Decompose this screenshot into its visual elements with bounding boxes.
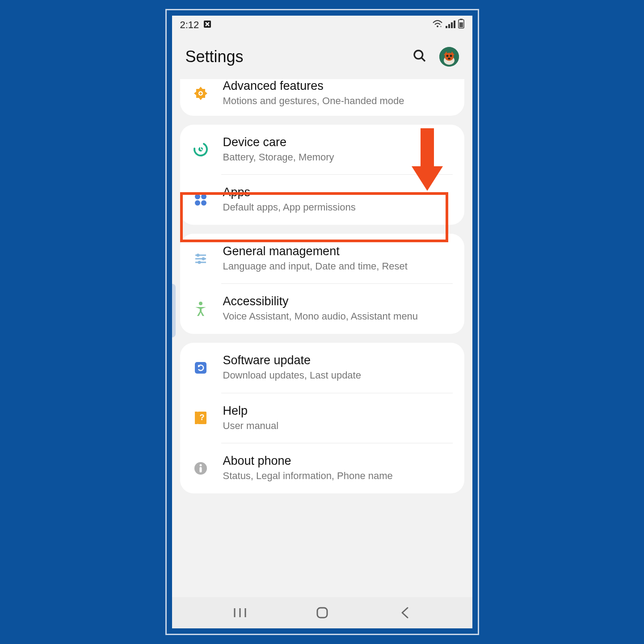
setting-advanced-features[interactable]: Advanced features Motions and gestures, … (180, 79, 464, 116)
item-title: About phone (223, 454, 453, 468)
item-subtitle: Default apps, App permissions (223, 201, 453, 214)
item-title: Software update (223, 354, 453, 367)
notification-icon (203, 19, 211, 31)
advanced-features-icon (192, 84, 210, 102)
item-text: Software update Download updates, Last u… (223, 354, 453, 382)
item-subtitle: Battery, Storage, Memory (223, 151, 453, 164)
general-management-icon (192, 250, 210, 268)
svg-point-1 (437, 25, 438, 27)
setting-accessibility[interactable]: Accessibility Voice Assistant, Mono audi… (180, 284, 464, 334)
setting-device-care[interactable]: Device care Battery, Storage, Memory (180, 125, 464, 175)
about-phone-icon (192, 459, 210, 477)
status-left: 2:12 (180, 19, 212, 31)
item-subtitle: Language and input, Date and time, Reset (223, 260, 453, 273)
settings-group: General management Language and input, D… (180, 234, 464, 334)
item-title: Device care (223, 135, 453, 149)
status-time: 2:12 (180, 19, 199, 31)
item-subtitle: Voice Assistant, Mono audio, Assistant m… (223, 310, 453, 323)
navigation-bar (172, 597, 472, 628)
item-title: Apps (223, 185, 453, 199)
page-title: Settings (185, 47, 244, 66)
settings-content[interactable]: Advanced features Motions and gestures, … (172, 79, 472, 597)
svg-rect-33 (195, 412, 198, 424)
setting-help[interactable]: ? Help User manual (180, 393, 464, 443)
item-title: Advanced features (223, 79, 453, 93)
home-button[interactable] (313, 604, 331, 622)
recents-button[interactable] (231, 604, 249, 622)
svg-point-24 (201, 200, 206, 206)
wifi-icon: + (432, 19, 443, 31)
svg-rect-4 (448, 24, 450, 28)
settings-header: Settings (172, 34, 472, 79)
status-right: + (432, 19, 464, 31)
item-title: Help (223, 404, 453, 418)
svg-point-16 (450, 55, 452, 57)
svg-point-10 (414, 51, 423, 59)
item-subtitle: Motions and gestures, One-handed mode (223, 95, 453, 108)
help-icon: ? (192, 409, 210, 427)
setting-software-update[interactable]: Software update Download updates, Last u… (180, 343, 464, 393)
accessibility-icon (192, 300, 210, 318)
svg-rect-5 (451, 22, 453, 28)
avatar[interactable] (439, 47, 459, 67)
svg-point-23 (195, 200, 200, 206)
item-text: About phone Status, Legal information, P… (223, 454, 453, 483)
settings-group: Advanced features Motions and gestures, … (180, 79, 464, 116)
item-text: General management Language and input, D… (223, 244, 453, 273)
svg-rect-3 (446, 26, 447, 28)
svg-point-22 (201, 194, 206, 199)
svg-point-21 (195, 194, 200, 199)
apps-icon (192, 191, 210, 209)
item-text: Accessibility Voice Assistant, Mono audi… (223, 295, 453, 323)
item-subtitle: Status, Legal information, Phone name (223, 470, 453, 483)
device-care-icon (192, 140, 210, 158)
item-title: Accessibility (223, 295, 453, 308)
item-text: Help User manual (223, 404, 453, 433)
svg-point-26 (196, 253, 199, 257)
setting-general-management[interactable]: General management Language and input, D… (180, 234, 464, 284)
item-text: Device care Battery, Storage, Memory (223, 135, 453, 164)
svg-point-31 (199, 302, 202, 305)
battery-icon (458, 19, 464, 31)
svg-point-37 (199, 464, 202, 466)
item-title: General management (223, 244, 453, 258)
svg-point-14 (445, 53, 454, 61)
svg-rect-9 (459, 22, 463, 27)
phone-screen: 2:12 + Settings (172, 16, 472, 628)
svg-text:?: ? (199, 413, 204, 422)
item-text: Advanced features Motions and gestures, … (223, 79, 453, 108)
svg-text:+: + (440, 25, 442, 28)
settings-group: Software update Download updates, Last u… (180, 343, 464, 493)
setting-about-phone[interactable]: About phone Status, Legal information, P… (180, 443, 464, 493)
svg-point-30 (198, 261, 201, 264)
software-update-icon (192, 359, 210, 377)
svg-rect-32 (195, 362, 206, 374)
item-text: Apps Default apps, App permissions (223, 185, 453, 214)
search-icon[interactable] (412, 49, 427, 65)
status-bar: 2:12 + (172, 16, 472, 34)
header-actions (412, 47, 459, 67)
svg-point-28 (202, 257, 205, 260)
signal-icon (446, 19, 455, 31)
side-notch (172, 284, 176, 337)
svg-point-15 (446, 55, 448, 57)
setting-apps[interactable]: Apps Default apps, App permissions (180, 175, 464, 225)
item-subtitle: Download updates, Last update (223, 369, 453, 382)
svg-rect-6 (454, 21, 455, 28)
svg-point-17 (448, 58, 450, 59)
settings-group: Device care Battery, Storage, Memory App… (180, 125, 464, 225)
item-subtitle: User manual (223, 420, 453, 433)
svg-rect-38 (199, 467, 202, 472)
back-button[interactable] (396, 604, 413, 622)
outer-frame: 2:12 + Settings (165, 9, 479, 635)
svg-line-11 (421, 58, 425, 61)
svg-rect-43 (317, 608, 327, 618)
